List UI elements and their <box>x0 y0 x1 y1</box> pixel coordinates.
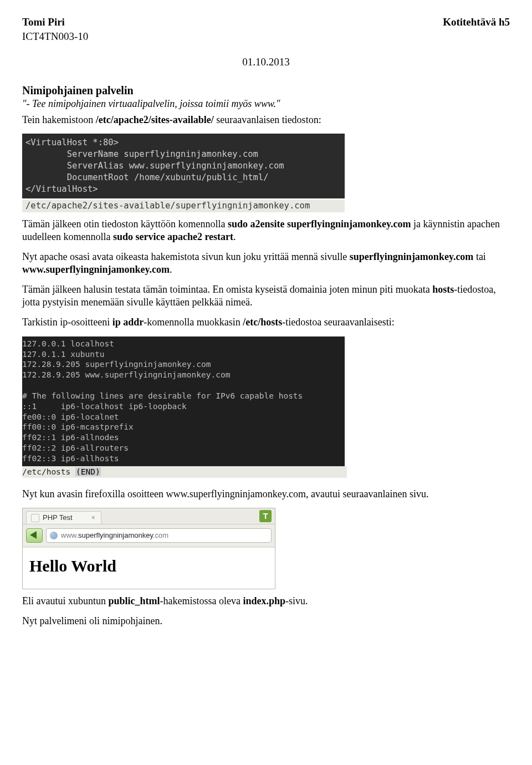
page-heading: Hello World <box>29 555 268 577</box>
browser-tab-bar: PHP Test × T <box>23 508 275 524</box>
vhost-config-code: <VirtualHost *:80> ServerName superflyin… <box>22 134 345 198</box>
author-name: Tomi Piri <box>22 16 65 29</box>
extension-badge[interactable]: T <box>259 510 272 522</box>
hosts-file-code: 127.0.0.1 localhost 127.0.1.1 xubuntu 17… <box>22 336 345 466</box>
paragraph-conclusion: Nyt palvelimeni oli nimipohjainen. <box>22 615 510 628</box>
document-date: 01.10.2013 <box>22 55 510 69</box>
paragraph-apache-works: Nyt apache osasi avata oikeasta hakemist… <box>22 251 510 276</box>
assignment-quote: "- Tee nimipohjainen virtuaalipalvelin, … <box>22 98 510 110</box>
browser-window: PHP Test × T www.superflyingninjamonkey.… <box>22 508 275 589</box>
paragraph-ip-addr: Tarkistin ip-osoitteeni ip addr-komennol… <box>22 316 510 329</box>
paragraph-hosts-edit: Tämän jälkeen halusin testata tämän toim… <box>22 283 510 308</box>
page-icon <box>31 514 39 522</box>
assignment-title: Kotitehtävä h5 <box>443 16 510 29</box>
browser-tab-title: PHP Test <box>43 513 73 522</box>
page-header: Tomi Piri Kotitehtävä h5 <box>22 16 510 29</box>
browser-tab[interactable]: PHP Test × <box>26 511 101 524</box>
vhost-config-path: /etc/apache2/sites-available/superflying… <box>22 200 345 212</box>
paragraph-a2ensite: Tämän jälkeen otin tiedoston käyttöön ko… <box>22 218 510 243</box>
paragraph-firefox-open: Nyt kun avasin firefoxilla osoitteen www… <box>22 488 510 501</box>
course-code: ICT4TN003-10 <box>22 30 510 43</box>
globe-icon <box>50 532 58 539</box>
address-bar[interactable]: www.superflyingninjamonkey.com <box>46 528 272 543</box>
paragraph-index-php: Eli avautui xubuntun public_html-hakemis… <box>22 595 510 608</box>
close-icon[interactable]: × <box>91 514 95 522</box>
paragraph-intro: Tein hakemistoon /etc/apache2/sites-avai… <box>22 114 510 126</box>
browser-page-content: Hello World <box>23 547 275 589</box>
browser-toolbar: www.superflyingninjamonkey.com <box>23 524 275 547</box>
section-heading: Nimipohjainen palvelin <box>22 84 510 98</box>
back-button[interactable] <box>26 528 43 543</box>
hosts-file-caption: /etc/hosts (END) <box>22 466 347 478</box>
